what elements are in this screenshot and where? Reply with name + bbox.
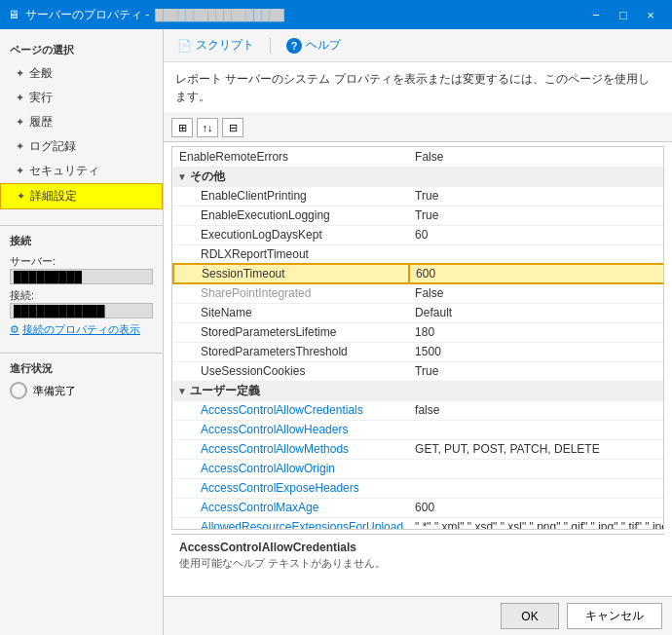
prop-value: 180: [409, 322, 664, 342]
prop-value: false: [409, 400, 664, 420]
server-label: サーバー:: [10, 254, 153, 269]
window-title: サーバーのプロパティ -: [25, 7, 149, 23]
sidebar-item-general[interactable]: ✦ 全般: [0, 61, 163, 86]
sidebar-item-history[interactable]: ✦ 履歴: [0, 110, 163, 134]
sidebar-item-execute-label: 実行: [29, 90, 53, 106]
prop-name: SharePointIntegrated: [173, 283, 409, 303]
prop-value: 1500: [409, 342, 664, 361]
prop-value: 600: [409, 264, 664, 283]
sidebar-item-advanced-label: 詳細設定: [30, 188, 77, 205]
table-row[interactable]: RDLXReportTimeout: [173, 244, 664, 264]
table-row[interactable]: SharePointIntegrated False: [173, 283, 664, 303]
prop-name: AccessControlAllowHeaders: [173, 420, 409, 439]
log-icon: ✦: [16, 140, 24, 153]
title-bar-controls: − □ ×: [582, 1, 664, 28]
cancel-button[interactable]: キャンセル: [567, 603, 662, 629]
script-icon: 📄: [177, 39, 192, 53]
props-filter-button[interactable]: ⊟: [222, 118, 243, 137]
minimize-button[interactable]: −: [582, 1, 610, 28]
sidebar-item-general-label: 全般: [29, 65, 53, 82]
prop-name: ExecutionLogDaysKept: [173, 225, 409, 244]
prop-name: AccessControlAllowOrigin: [173, 459, 409, 478]
prop-value: [409, 478, 664, 498]
prop-value: True: [409, 361, 664, 381]
window-title-suffix: █████████████████: [155, 9, 284, 20]
table-row[interactable]: EnableExecutionLogging True: [173, 205, 664, 225]
connection-link-icon: ⚙: [10, 323, 19, 336]
table-row[interactable]: SessionTimeout 600: [173, 264, 664, 283]
sidebar-item-security[interactable]: ✦ セキュリティ: [0, 159, 163, 183]
prop-name: SessionTimeout: [173, 264, 409, 283]
sidebar-item-execute[interactable]: ✦ 実行: [0, 86, 163, 110]
connection-link-text[interactable]: 接続のプロパティの表示: [22, 322, 140, 337]
window: 🖥 サーバーのプロパティ - █████████████████ − □ × ペ…: [0, 0, 672, 635]
sidebar: ページの選択 ✦ 全般 ✦ 実行 ✦ 履歴 ✦ ログ記録 ✦ セキュリティ: [0, 29, 164, 635]
help-icon: ?: [286, 38, 302, 54]
connection-value: ████████████: [10, 303, 153, 318]
connection-label: 接続:: [10, 288, 153, 303]
props-toolbar: ⊞ ↑↓ ⊟: [164, 114, 672, 142]
info-description: 使用可能なヘルプ テキストがありません。: [179, 556, 656, 571]
table-row[interactable]: AccessControlAllowCredentials false: [173, 400, 664, 420]
table-row[interactable]: ▼ユーザー定義: [173, 381, 664, 400]
ok-button[interactable]: OK: [501, 603, 559, 629]
progress-status-text: 準備完了: [33, 384, 76, 398]
sidebar-item-log[interactable]: ✦ ログ記録: [0, 134, 163, 159]
table-row[interactable]: EnableRemoteErrors False: [173, 147, 664, 167]
table-row[interactable]: AccessControlMaxAge 600: [173, 498, 664, 517]
table-row[interactable]: SiteName Default: [173, 303, 664, 322]
properties-table: EnableRemoteErrors False ▼その他 EnableClie…: [172, 147, 664, 530]
props-grid-button[interactable]: ⊞: [171, 118, 193, 137]
table-row[interactable]: AccessControlExposeHeaders: [173, 478, 664, 498]
props-sort-button[interactable]: ↑↓: [197, 118, 218, 137]
table-row[interactable]: ExecutionLogDaysKept 60: [173, 225, 664, 244]
history-icon: ✦: [16, 116, 24, 129]
prop-name: UseSessionCookies: [173, 361, 409, 381]
main-layout: ページの選択 ✦ 全般 ✦ 実行 ✦ 履歴 ✦ ログ記録 ✦ セキュリティ: [0, 29, 672, 635]
table-row[interactable]: ▼その他: [173, 167, 664, 186]
prop-name: AccessControlAllowCredentials: [173, 400, 409, 420]
table-row[interactable]: EnableClientPrinting True: [173, 186, 664, 205]
table-row[interactable]: StoredParametersLifetime 180: [173, 322, 664, 342]
advanced-icon: ✦: [17, 190, 25, 203]
prop-name: StoredParametersThreshold: [173, 342, 409, 361]
prop-value: Default: [409, 303, 664, 322]
table-row[interactable]: AccessControlAllowMethods GET, PUT, POST…: [173, 439, 664, 459]
prop-value: 600: [409, 498, 664, 517]
content-toolbar: 📄 スクリプト ? ヘルプ: [164, 29, 672, 62]
sidebar-item-advanced[interactable]: ✦ 詳細設定: [0, 183, 163, 209]
prop-name: EnableRemoteErrors: [173, 147, 409, 167]
info-panel: AccessControlAllowCredentials 使用可能なヘルプ テ…: [171, 534, 664, 592]
prop-value: ".*",".xml",".xsd",".xsl",".png",".gif",…: [409, 517, 664, 530]
prop-name: StoredParametersLifetime: [173, 322, 409, 342]
table-row[interactable]: AllowedResourceExtensionsForUpload ".*",…: [173, 517, 664, 530]
properties-container[interactable]: EnableRemoteErrors False ▼その他 EnableClie…: [171, 146, 664, 530]
security-icon: ✦: [16, 165, 24, 177]
table-row[interactable]: AccessControlAllowOrigin: [173, 459, 664, 478]
sidebar-progress: 進行状況 準備完了: [0, 353, 163, 407]
script-button[interactable]: 📄 スクリプト: [173, 35, 258, 56]
progress-status: 準備完了: [10, 382, 153, 399]
script-label: スクリプト: [196, 37, 254, 54]
description: レポート サーバーのシステム プロパティを表示または変更するには、このページを使…: [164, 62, 672, 114]
connection-props-link[interactable]: ⚙ 接続のプロパティの表示: [10, 322, 153, 337]
sidebar-item-security-label: セキュリティ: [29, 163, 99, 179]
execute-icon: ✦: [16, 92, 24, 104]
toolbar-separator: [270, 38, 271, 54]
info-title: AccessControlAllowCredentials: [179, 541, 656, 554]
title-bar: 🖥 サーバーのプロパティ - █████████████████ − □ ×: [0, 0, 672, 29]
table-row[interactable]: AccessControlAllowHeaders: [173, 420, 664, 439]
table-row[interactable]: UseSessionCookies True: [173, 361, 664, 381]
general-icon: ✦: [16, 67, 24, 80]
prop-name: RDLXReportTimeout: [173, 244, 409, 264]
sidebar-item-log-label: ログ記録: [29, 138, 76, 155]
prop-value: [409, 244, 664, 264]
prop-value: [409, 459, 664, 478]
help-button[interactable]: ? ヘルプ: [282, 35, 345, 56]
table-row[interactable]: StoredParametersThreshold 1500: [173, 342, 664, 361]
maximize-button[interactable]: □: [610, 1, 637, 28]
sidebar-section-title: ページの選択: [0, 37, 163, 61]
close-button[interactable]: ×: [637, 1, 664, 28]
prop-name: EnableExecutionLogging: [173, 205, 409, 225]
sidebar-item-history-label: 履歴: [29, 114, 53, 131]
